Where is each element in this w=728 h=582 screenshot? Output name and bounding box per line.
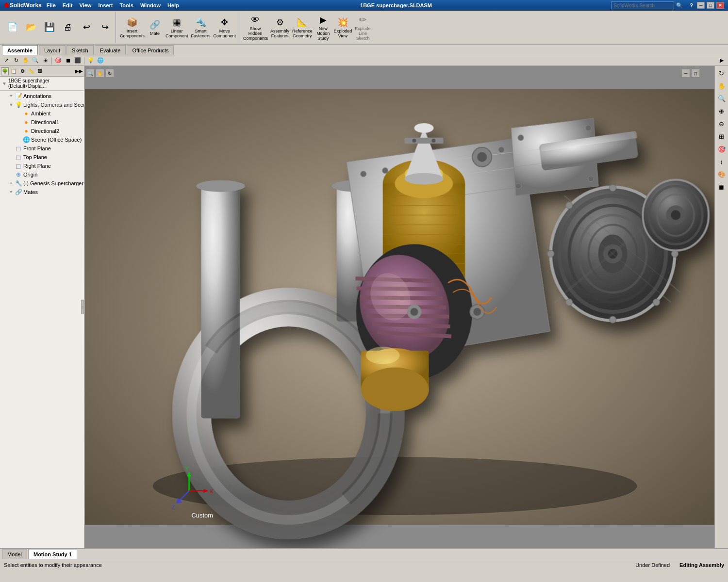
tree-mates[interactable]: + 🔗 Mates xyxy=(0,188,84,196)
svg-point-11 xyxy=(361,171,366,177)
status-bar: Select entities to modify their appearan… xyxy=(0,559,728,571)
vp-pan-btn[interactable]: ✋ xyxy=(96,69,104,78)
menu-help[interactable]: Help xyxy=(165,2,181,8)
new-motion-study-btn[interactable]: ▶ NewMotionStudy xyxy=(314,12,332,42)
zoom-btn[interactable]: 🔍 xyxy=(31,56,40,65)
insert-components-icon: 📦 xyxy=(125,16,139,29)
search-input[interactable] xyxy=(611,1,674,9)
display-style-btn[interactable]: ◼ xyxy=(64,56,72,65)
bottom-tab-motion-study[interactable]: Motion Study 1 xyxy=(28,549,77,559)
select-btn[interactable]: ↗ xyxy=(2,56,11,65)
tree-genesis[interactable]: + 🔧 (-) Genesis Supercharger Final xyxy=(0,179,84,188)
tree-scene[interactable]: 🌐 Scene (Office Space) xyxy=(0,135,84,144)
menu-tools[interactable]: Tools xyxy=(117,2,135,8)
status-right: Under Defined Editing Assembly xyxy=(635,562,724,568)
rotate-btn[interactable]: ↻ xyxy=(12,56,20,65)
assembly-features-icon: ⚙ xyxy=(273,16,287,29)
help-btn[interactable]: ? xyxy=(690,2,693,8)
search-icon[interactable]: 🔍 xyxy=(676,2,683,9)
undo-btn[interactable]: ↩ xyxy=(78,19,95,35)
right-section-btn[interactable]: ◼ xyxy=(716,181,727,192)
section-view-btn[interactable]: ⬛ xyxy=(73,56,82,65)
maximize-btn[interactable]: □ xyxy=(707,2,714,9)
right-zoomfit-btn[interactable]: ⊞ xyxy=(716,131,727,142)
lights-btn[interactable]: 💡 xyxy=(86,56,95,65)
minimize-btn[interactable]: ─ xyxy=(697,2,705,9)
assembly-features-btn[interactable]: ⚙ AssemblyFeatures xyxy=(269,12,290,42)
scene-btn[interactable]: 🌐 xyxy=(96,56,105,65)
property-manager-btn[interactable]: 📋 xyxy=(10,67,17,75)
redo-btn[interactable]: ↪ xyxy=(96,19,114,35)
config-manager-btn[interactable]: ⚙ xyxy=(18,67,26,75)
smart-fasteners-label: SmartFasteners xyxy=(191,29,211,39)
linear-component-btn[interactable]: ▦ LinearComponent xyxy=(165,15,189,40)
tree-right-plane[interactable]: ◻ Right Plane xyxy=(0,162,84,170)
logo-icon: ⬟ xyxy=(4,2,9,9)
mate-btn[interactable]: 🔗 Mate xyxy=(146,15,164,40)
expand-tree-btn[interactable]: ▶▶ xyxy=(75,67,83,75)
view-orient-btn[interactable]: 🎯 xyxy=(54,56,63,65)
tab-sketch[interactable]: Sketch xyxy=(66,45,94,55)
dimxpert-btn[interactable]: 📏 xyxy=(27,67,35,75)
svg-point-65 xyxy=(610,316,616,323)
exploded-view-btn[interactable]: 💥 ExplodedView xyxy=(333,12,353,42)
tree-origin[interactable]: ⊕ Origin xyxy=(0,170,84,179)
menu-view[interactable]: View xyxy=(78,2,94,8)
menu-file[interactable]: File xyxy=(45,2,58,8)
smart-fasteners-btn[interactable]: 🔩 SmartFasteners xyxy=(190,15,212,40)
right-normal-btn[interactable]: ↕ xyxy=(716,156,727,167)
right-plane-icon: ◻ xyxy=(15,162,22,170)
show-hidden-btn[interactable]: 👁 ShowHiddenComponents xyxy=(242,12,268,42)
menu-window[interactable]: Window xyxy=(138,2,163,8)
right-zoomout-btn[interactable]: ⊖ xyxy=(716,118,727,129)
insert-components-btn[interactable]: 📦 InsertComponents xyxy=(119,15,145,40)
reference-geometry-btn[interactable]: 📐 ReferenceGeometry xyxy=(291,12,314,42)
tree-annotations[interactable]: + 📝 Annotations xyxy=(0,92,84,100)
right-zoom-btn[interactable]: 🔍 xyxy=(716,93,727,104)
tree-ambient[interactable]: ● Ambient xyxy=(0,109,84,118)
explode-line-btn[interactable]: ✏ ExplodeLineSketch xyxy=(354,12,372,42)
vp-minimize-btn[interactable]: ─ xyxy=(681,69,690,78)
tab-office-products[interactable]: Office Products xyxy=(127,45,174,55)
tab-layout[interactable]: Layout xyxy=(39,45,66,55)
tab-assemble[interactable]: Assemble xyxy=(2,45,38,55)
annotations-icon: 📝 xyxy=(15,92,22,100)
menu-insert[interactable]: Insert xyxy=(96,2,115,8)
tree-front-plane[interactable]: ◻ Front Plane xyxy=(0,144,84,153)
display-manager-btn[interactable]: 🖼 xyxy=(36,67,44,75)
directional1-label: Directional1 xyxy=(30,119,59,125)
viewport[interactable]: Custom X Y Z 🔍 ✋ ↻ xyxy=(85,66,714,548)
zoom-fit-btn[interactable]: ⊞ xyxy=(41,56,50,65)
save-btn[interactable]: 💾 xyxy=(41,19,58,35)
new-btn[interactable]: 📄 xyxy=(4,19,21,35)
vp-rotate-btn[interactable]: ↻ xyxy=(105,69,114,78)
vp-zoom-btn[interactable]: 🔍 xyxy=(86,69,95,78)
open-btn[interactable]: 📂 xyxy=(22,19,40,35)
close-btn[interactable]: ✕ xyxy=(716,2,724,9)
right-rotate-btn[interactable]: ↻ xyxy=(716,68,727,79)
tree-directional2[interactable]: ● Directional2 xyxy=(0,127,84,135)
right-pan-btn[interactable]: ✋ xyxy=(716,81,727,91)
mate-icon: 🔗 xyxy=(148,18,162,32)
genesis-label: (-) Genesis Supercharger Final xyxy=(22,180,84,186)
tree-lights[interactable]: ▼ 💡 Lights, Cameras and Scene xyxy=(0,100,84,109)
right-zoomin-btn[interactable]: ⊕ xyxy=(716,106,727,116)
panel-toolbar: 🌳 📋 ⚙ 📏 🖼 ▶▶ xyxy=(0,66,84,77)
tab-evaluate[interactable]: Evaluate xyxy=(95,45,126,55)
genesis-icon: 🔧 xyxy=(15,179,22,187)
print-btn[interactable]: 🖨 xyxy=(59,19,77,35)
bottom-tab-model[interactable]: Model xyxy=(2,549,27,559)
move-component-btn[interactable]: ✥ MoveComponent xyxy=(213,15,237,40)
pan-btn[interactable]: ✋ xyxy=(21,56,30,65)
right-appearance-btn[interactable]: 🎨 xyxy=(716,169,727,179)
menu-edit[interactable]: Edit xyxy=(61,2,75,8)
panel-splitter[interactable]: ⋮ xyxy=(81,300,84,314)
mates-icon: 🔗 xyxy=(15,188,22,196)
tree-directional1[interactable]: ● Directional1 xyxy=(0,118,84,127)
tree-top-plane[interactable]: ◻ Top Plane xyxy=(0,153,84,162)
explode-line-label: ExplodeLineSketch xyxy=(355,27,371,41)
right-view-btn[interactable]: 🎯 xyxy=(716,144,727,154)
expand-panel-btn[interactable]: ▶ xyxy=(717,56,726,65)
feature-manager-btn[interactable]: 🌳 xyxy=(1,67,9,75)
vp-maximize-btn[interactable]: □ xyxy=(691,69,700,78)
